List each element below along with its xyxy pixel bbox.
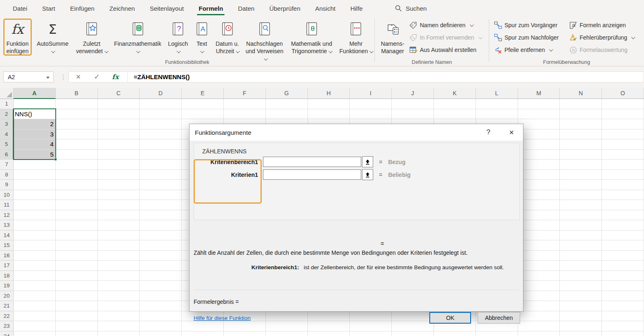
cell-B3[interactable] <box>56 119 98 129</box>
range-picker-button[interactable] <box>362 156 373 167</box>
cell-C6[interactable] <box>98 150 140 160</box>
error-checking-button[interactable]: Fehlerüberprüfung <box>568 32 644 43</box>
cell-A15[interactable] <box>14 240 56 251</box>
cell-A8[interactable] <box>14 170 56 180</box>
cell-C3[interactable] <box>98 119 140 129</box>
create-from-selection-button[interactable]: Aus Auswahl erstellen <box>408 44 483 56</box>
row-header-19[interactable]: 19 <box>0 281 14 291</box>
cell-C2[interactable] <box>98 109 140 120</box>
help-link[interactable]: Hilfe für diese Funktion <box>194 315 251 321</box>
row-header-10[interactable]: 10 <box>0 190 14 200</box>
cancel-button[interactable]: Abbrechen <box>478 312 520 324</box>
column-header-F[interactable]: F <box>224 88 266 99</box>
cell-D6[interactable] <box>140 150 182 160</box>
cell-F2[interactable] <box>224 109 266 120</box>
name-manager-button[interactable]: Namens- Manager <box>377 16 408 56</box>
cell-N24[interactable] <box>560 331 602 336</box>
cell-D9[interactable] <box>140 180 182 190</box>
cell-O16[interactable] <box>602 251 644 261</box>
dialog-title-bar[interactable]: Funktionsargumente ? × <box>189 124 523 141</box>
trace-dependents-button[interactable]: Spur zum Nachfolger <box>492 32 568 43</box>
cell-J24[interactable] <box>392 331 434 336</box>
cell-O18[interactable] <box>602 271 644 281</box>
cell-G1[interactable] <box>266 99 308 109</box>
cell-M12[interactable] <box>518 210 560 221</box>
kriterien1-input[interactable] <box>263 169 361 180</box>
cell-D24[interactable] <box>140 331 182 336</box>
row-header-9[interactable]: 9 <box>0 180 14 190</box>
row-header-17[interactable]: 17 <box>0 261 14 271</box>
cell-O2[interactable] <box>602 109 644 120</box>
menu-tab-formeln[interactable]: Formeln <box>191 0 230 16</box>
cell-M17[interactable] <box>518 261 560 271</box>
remove-arrows-button[interactable]: Pfeile entfernen <box>492 44 568 56</box>
menu-tab-einf-gen[interactable]: Einfügen <box>63 0 102 16</box>
cell-E24[interactable] <box>182 331 224 336</box>
cell-O22[interactable] <box>602 311 644 322</box>
cell-B15[interactable] <box>56 240 98 251</box>
cell-N1[interactable] <box>560 99 602 109</box>
cell-D16[interactable] <box>140 251 182 261</box>
cell-D7[interactable] <box>140 160 182 170</box>
cell-M21[interactable] <box>518 301 560 311</box>
cell-I2[interactable] <box>350 109 392 120</box>
column-header-J[interactable]: J <box>392 88 434 99</box>
logical-button[interactable]: ? Logisch <box>166 19 190 55</box>
column-header-C[interactable]: C <box>98 88 140 99</box>
cell-C15[interactable] <box>98 240 140 251</box>
cell-D18[interactable] <box>140 271 182 281</box>
cell-M3[interactable] <box>518 119 560 129</box>
cell-M18[interactable] <box>518 271 560 281</box>
cell-O20[interactable] <box>602 291 644 301</box>
cell-M10[interactable] <box>518 190 560 200</box>
cell-A6[interactable]: 5 <box>14 150 56 160</box>
cell-I1[interactable] <box>350 99 392 109</box>
search-box[interactable]: Suchen <box>395 5 427 12</box>
cell-A16[interactable] <box>14 251 56 261</box>
menu-tab-ansicht[interactable]: Ansicht <box>308 0 343 16</box>
ok-button[interactable]: OK <box>429 312 471 324</box>
cell-A13[interactable] <box>14 220 56 230</box>
cell-B1[interactable] <box>56 99 98 109</box>
cell-B17[interactable] <box>56 261 98 271</box>
row-header-8[interactable]: 8 <box>0 170 14 180</box>
cell-K1[interactable] <box>434 99 476 109</box>
cell-O21[interactable] <box>602 301 644 311</box>
cell-M20[interactable] <box>518 291 560 301</box>
cell-C18[interactable] <box>98 271 140 281</box>
cell-A14[interactable] <box>14 230 56 241</box>
cell-E23[interactable] <box>182 321 224 331</box>
cell-O14[interactable] <box>602 230 644 241</box>
column-header-L[interactable]: L <box>476 88 518 99</box>
column-header-O[interactable]: O <box>602 88 644 99</box>
cell-O1[interactable] <box>602 99 644 109</box>
cell-C22[interactable] <box>98 311 140 322</box>
cell-O9[interactable] <box>602 180 644 190</box>
row-header-1[interactable]: 1 <box>0 99 14 109</box>
menu-tab-seitenlayout[interactable]: Seitenlayout <box>142 0 192 16</box>
cell-O17[interactable] <box>602 261 644 271</box>
cell-B9[interactable] <box>56 180 98 190</box>
row-header-24[interactable]: 24 <box>0 331 14 336</box>
cell-M11[interactable] <box>518 200 560 210</box>
cell-A10[interactable] <box>14 190 56 200</box>
lookup-reference-button[interactable]: Nachschlagen und Verweisen <box>243 19 286 62</box>
cell-K2[interactable] <box>434 109 476 120</box>
row-header-7[interactable]: 7 <box>0 160 14 170</box>
cell-M4[interactable] <box>518 129 560 140</box>
cell-N4[interactable] <box>560 129 602 140</box>
cell-N7[interactable] <box>560 160 602 170</box>
cell-A5[interactable]: 4 <box>14 139 56 150</box>
cell-A19[interactable] <box>14 281 56 291</box>
row-header-21[interactable]: 21 <box>0 301 14 311</box>
row-header-2[interactable]: 2 <box>0 109 14 120</box>
formula-input[interactable]: =ZÄHLENWENNS() <box>128 73 189 80</box>
cell-M5[interactable] <box>518 139 560 150</box>
cell-A7[interactable] <box>14 160 56 170</box>
recently-used-button[interactable]: Zuletzt verwendet <box>73 19 110 55</box>
cell-D19[interactable] <box>140 281 182 291</box>
cell-O10[interactable] <box>602 190 644 200</box>
cell-A18[interactable] <box>14 271 56 281</box>
cell-D15[interactable] <box>140 240 182 251</box>
cell-E1[interactable] <box>182 99 224 109</box>
